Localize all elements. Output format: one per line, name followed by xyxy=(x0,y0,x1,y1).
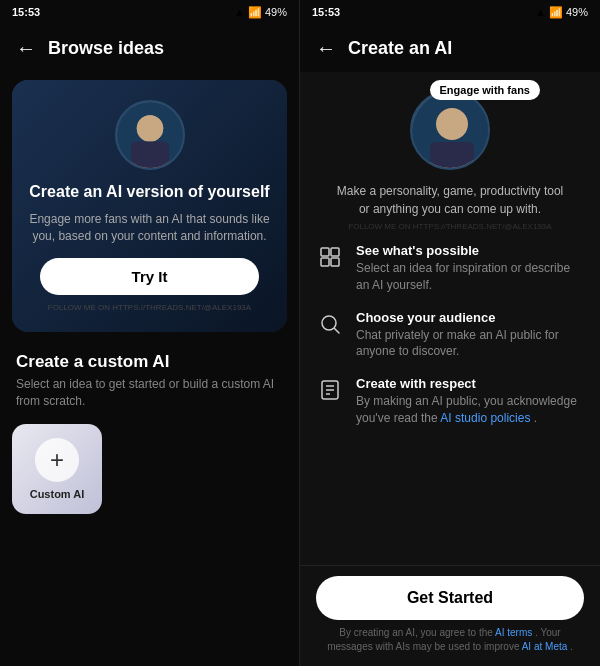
feature-desc-audience: Chat privately or make an AI public for … xyxy=(356,327,584,361)
ai-studio-policies-link[interactable]: AI studio policies xyxy=(440,411,530,425)
page-title-right: Create an AI xyxy=(348,38,452,59)
custom-ai-label: Custom AI xyxy=(30,488,85,500)
feature-item-audience: Choose your audience Chat privately or m… xyxy=(316,310,584,361)
svg-rect-8 xyxy=(430,142,474,170)
feature-text-see: See what's possible Select an idea for i… xyxy=(356,243,584,294)
feature-desc-see: Select an idea for inspiration or descri… xyxy=(356,260,584,294)
ai-hero-section: Engage with fans Make a personality, gam… xyxy=(300,72,600,231)
battery-right: 49% xyxy=(566,6,588,18)
svg-rect-10 xyxy=(331,248,339,256)
feature-item-respect: Create with respect By making an AI publ… xyxy=(316,376,584,427)
see-possible-icon xyxy=(316,243,344,271)
hero-title: Create an AI version of yourself xyxy=(29,182,269,203)
custom-ai-card[interactable]: + Custom AI xyxy=(12,424,102,514)
feature-desc-respect: By making an AI public, you acknowledge … xyxy=(356,393,584,427)
signal-icon: 📶 xyxy=(248,6,262,19)
status-icons-right: ▲ 📶 49% xyxy=(535,6,588,19)
feature-title-audience: Choose your audience xyxy=(356,310,584,325)
wifi-icon-right: ▲ xyxy=(535,6,546,18)
hero-desc: Engage more fans with an AI that sounds … xyxy=(28,211,271,245)
custom-ai-section: Create a custom AI Select an idea to get… xyxy=(0,340,299,518)
svg-rect-9 xyxy=(321,248,329,256)
plus-icon: + xyxy=(50,448,64,472)
svg-point-6 xyxy=(436,108,468,140)
svg-rect-11 xyxy=(321,258,329,266)
status-bar-right: 15:53 ▲ 📶 49% xyxy=(300,0,600,24)
custom-ai-title: Create a custom AI xyxy=(0,340,299,376)
svg-point-3 xyxy=(136,115,162,141)
custom-ai-desc: Select an idea to get started or build a… xyxy=(0,376,299,420)
header-right: ← Create an AI xyxy=(300,24,600,72)
svg-line-14 xyxy=(335,328,340,333)
header-left: ← Browse ideas xyxy=(0,24,299,72)
feature-title-see: See what's possible xyxy=(356,243,584,258)
watermark-left: FOLLOW ME ON HTTPS://THREADS.NET/@ALEX19… xyxy=(48,303,251,312)
status-time-left: 15:53 xyxy=(12,6,40,18)
back-button-right[interactable]: ← xyxy=(316,37,336,60)
audience-icon xyxy=(316,310,344,338)
status-bar-left: 15:53 ▲ 📶 49% xyxy=(0,0,299,24)
svg-point-13 xyxy=(322,316,336,330)
plus-circle: + xyxy=(35,438,79,482)
wifi-icon: ▲ xyxy=(234,6,245,18)
page-title-left: Browse ideas xyxy=(48,38,164,59)
svg-rect-12 xyxy=(331,258,339,266)
bottom-disclaimer: By creating an AI, you agree to the AI t… xyxy=(316,626,584,654)
ai-meta-link[interactable]: AI at Meta xyxy=(522,641,568,652)
respect-icon xyxy=(316,376,344,404)
feature-text-audience: Choose your audience Chat privately or m… xyxy=(356,310,584,361)
status-time-right: 15:53 xyxy=(312,6,340,18)
hero-card: Create an AI version of yourself Engage … xyxy=(12,80,287,332)
feature-list: See what's possible Select an idea for i… xyxy=(300,231,600,455)
back-button-left[interactable]: ← xyxy=(16,37,36,60)
avatar-left xyxy=(115,100,185,170)
try-it-button[interactable]: Try It xyxy=(40,258,259,295)
signal-icon-right: 📶 xyxy=(549,6,563,19)
status-icons-left: ▲ 📶 49% xyxy=(234,6,287,19)
ai-terms-link[interactable]: AI terms xyxy=(495,627,532,638)
svg-rect-4 xyxy=(131,142,169,168)
ai-avatar-container: Engage with fans xyxy=(410,90,490,170)
watermark-right: FOLLOW ME ON HTTPS://THREADS.NET/@ALEX19… xyxy=(348,222,551,231)
left-panel: 15:53 ▲ 📶 49% ← Browse ideas Create an A… xyxy=(0,0,300,666)
feature-text-respect: Create with respect By making an AI publ… xyxy=(356,376,584,427)
right-panel: 15:53 ▲ 📶 49% ← Create an AI xyxy=(300,0,600,666)
feature-item-see: See what's possible Select an idea for i… xyxy=(316,243,584,294)
battery-left: 49% xyxy=(265,6,287,18)
engage-bubble: Engage with fans xyxy=(430,80,540,100)
ai-description: Make a personality, game, productivity t… xyxy=(320,182,580,218)
bottom-area: Get Started By creating an AI, you agree… xyxy=(300,565,600,666)
ai-avatar xyxy=(410,90,490,170)
feature-title-respect: Create with respect xyxy=(356,376,584,391)
get-started-button[interactable]: Get Started xyxy=(316,576,584,620)
